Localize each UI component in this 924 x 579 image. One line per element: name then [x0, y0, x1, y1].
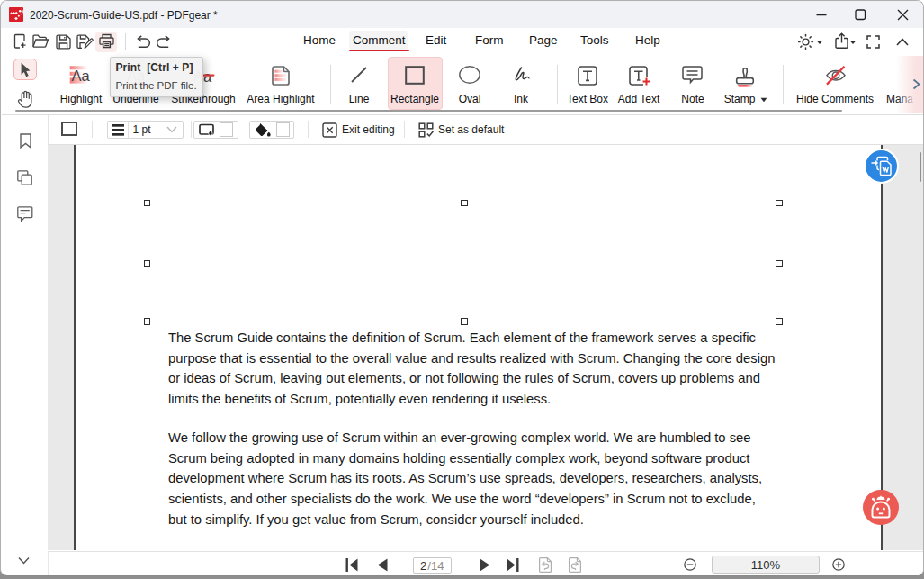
svg-text:Aa: Aa — [72, 68, 91, 84]
